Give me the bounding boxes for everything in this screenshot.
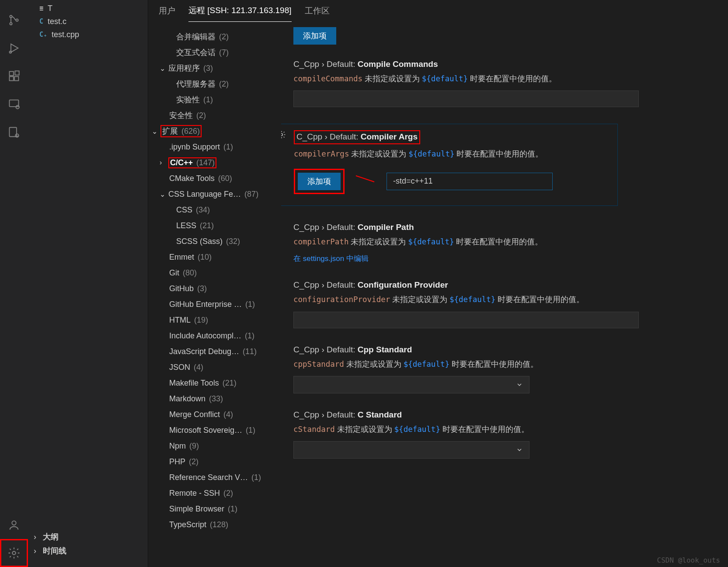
manage-gear-icon[interactable] [0, 539, 28, 567]
cpp-standard-select[interactable] [293, 376, 529, 393]
tree-item[interactable]: SCSS (Sass)(32) [148, 233, 281, 249]
tree-item[interactable]: CMake Tools(60) [148, 170, 281, 186]
tree-item[interactable]: GitHub Enterprise …(1) [148, 296, 281, 312]
add-compiler-arg-button[interactable]: 添加项 [298, 173, 341, 190]
tree-item[interactable]: Remote - SSH(2) [148, 485, 281, 501]
tree-item[interactable]: Git(80) [148, 265, 281, 281]
tree-count: (2) [219, 80, 229, 89]
edit-in-settings-json-link[interactable]: 在 settings.json 中编辑 [293, 254, 369, 263]
tree-count: (1) [223, 143, 233, 152]
tree-label: Include Autocompl… [169, 331, 241, 341]
settings-category-tree[interactable]: 合并编辑器(2)交互式会话(7)⌄应用程序(3)代理服务器(2)实验性(1)安全… [148, 22, 281, 567]
setting-path: C_Cpp › Default: [293, 223, 355, 232]
setting-code: compilerArgs [294, 150, 349, 158]
setting-path: C_Cpp › Default: [293, 345, 355, 354]
tree-count: (128) [210, 520, 228, 529]
tree-label: GitHub Enterprise … [169, 300, 242, 309]
setting-code: compileCommands [293, 74, 362, 83]
tab-remote[interactable]: 远程 [SSH: 121.37.163.198] [188, 5, 292, 22]
tree-item[interactable]: GitHub(3) [148, 281, 281, 296]
tree-item[interactable]: JavaScript Debug…(11) [148, 344, 281, 359]
twisty-icon: ⌄ [152, 127, 160, 136]
tree-item[interactable]: HTML(19) [148, 312, 281, 328]
tree-label: 实验性 [176, 94, 200, 105]
add-item-button[interactable]: 添加项 [293, 27, 336, 45]
tree-item[interactable]: .ipynb Support(1) [148, 139, 281, 155]
c-standard-select[interactable] [293, 441, 529, 459]
tree-count: (21) [200, 221, 214, 230]
compiler-arg-example-input[interactable] [387, 173, 553, 190]
tab-workspace[interactable]: 工作区 [305, 5, 330, 22]
tree-item[interactable]: Include Autocompl…(1) [148, 328, 281, 344]
settings-sync-icon[interactable] [0, 118, 28, 146]
tree-count: (32) [226, 237, 240, 246]
tree-item[interactable]: Microsoft Sovereig…(1) [148, 422, 281, 438]
tree-item[interactable]: 代理服务器(2) [148, 76, 281, 92]
settings-scope-tabs: 用户 远程 [SSH: 121.37.163.198] 工作区 [148, 0, 728, 22]
tree-label: Microsoft Sovereig… [169, 426, 242, 435]
source-control-icon[interactable] [0, 6, 28, 34]
tree-item[interactable]: TypeScript(128) [148, 517, 281, 532]
file-lang-icon: ≡ [39, 4, 43, 12]
chevron-right-icon: › [31, 547, 38, 554]
setting-compiler-path: C_Cpp › Default: Compiler Path compilerP… [293, 223, 639, 264]
remote-explorer-icon[interactable] [0, 90, 28, 118]
compile-commands-input[interactable] [293, 90, 639, 107]
tree-count: (1) [245, 300, 255, 309]
file-row[interactable]: ≡T [28, 2, 148, 15]
tree-label: C/C++ [170, 158, 193, 167]
configuration-provider-input[interactable] [293, 312, 639, 328]
timeline-section[interactable]: › 时间线 [28, 544, 148, 558]
tree-item[interactable]: JSON(4) [148, 359, 281, 375]
tree-item[interactable]: Npm(9) [148, 438, 281, 454]
tree-item[interactable]: 实验性(1) [148, 92, 281, 108]
tree-item[interactable]: 合并编辑器(2) [148, 29, 281, 45]
tab-user[interactable]: 用户 [159, 5, 175, 22]
setting-key: Configuration Provider [358, 280, 448, 289]
svg-point-14 [281, 134, 283, 136]
setting-cpp-standard: C_Cpp › Default: Cpp Standard cppStandar… [293, 345, 639, 393]
setting-code: configurationProvider [293, 295, 390, 304]
setting-code: cStandard [293, 425, 335, 434]
tree-label: Markdown [169, 394, 206, 404]
tree-item[interactable]: Markdown(33) [148, 391, 281, 407]
gear-icon[interactable] [281, 130, 286, 139]
file-row[interactable]: C₊test.cpp [28, 28, 148, 41]
tree-label: GitHub [169, 284, 194, 293]
run-debug-icon[interactable] [0, 34, 28, 62]
tree-item[interactable]: LESS(21) [148, 218, 281, 233]
file-row[interactable]: Ctest.c [28, 15, 148, 28]
setting-key: Compile Commands [358, 59, 438, 69]
setting-c-standard: C_Cpp › Default: C Standard cStandard 未指… [293, 410, 639, 459]
tree-label: 安全性 [169, 110, 193, 121]
outline-section[interactable]: › 大纲 [28, 530, 148, 544]
file-name: test.cpp [52, 30, 79, 39]
tree-item[interactable]: 安全性(2) [148, 108, 281, 123]
tree-label: Npm [169, 442, 186, 451]
account-icon[interactable] [0, 511, 28, 539]
tree-count: (3) [197, 284, 207, 293]
svg-point-0 [10, 15, 12, 17]
tree-item[interactable]: PHP(2) [148, 454, 281, 470]
tree-item[interactable]: Merge Conflict(4) [148, 407, 281, 422]
tree-item[interactable]: CSS(34) [148, 202, 281, 218]
tree-item[interactable]: ⌄应用程序(3) [148, 60, 281, 76]
tree-item[interactable]: ⌄CSS Language Fe…(87) [148, 186, 281, 202]
extensions-icon[interactable] [0, 62, 28, 90]
timeline-label: 时间线 [43, 546, 66, 556]
tree-item[interactable]: ⌄扩展(626) [148, 123, 281, 139]
tree-count: (4) [223, 410, 233, 419]
tree-count: (147) [196, 158, 215, 167]
tree-item[interactable]: ›C/C++(147) [148, 155, 281, 170]
tree-item[interactable]: Simple Browser(1) [148, 501, 281, 517]
tree-count: (1) [251, 473, 261, 482]
tree-item[interactable]: Makefile Tools(21) [148, 375, 281, 391]
tree-label: .ipynb Support [169, 143, 220, 152]
tree-label: Makefile Tools [169, 379, 219, 388]
tree-item[interactable]: Reference Search V…(1) [148, 470, 281, 485]
tree-item[interactable]: Emmet(10) [148, 249, 281, 265]
setting-token: ${default} [422, 74, 468, 83]
tree-count: (60) [218, 174, 232, 183]
tree-item[interactable]: 交互式会话(7) [148, 45, 281, 60]
tree-label: Simple Browser [169, 504, 224, 514]
